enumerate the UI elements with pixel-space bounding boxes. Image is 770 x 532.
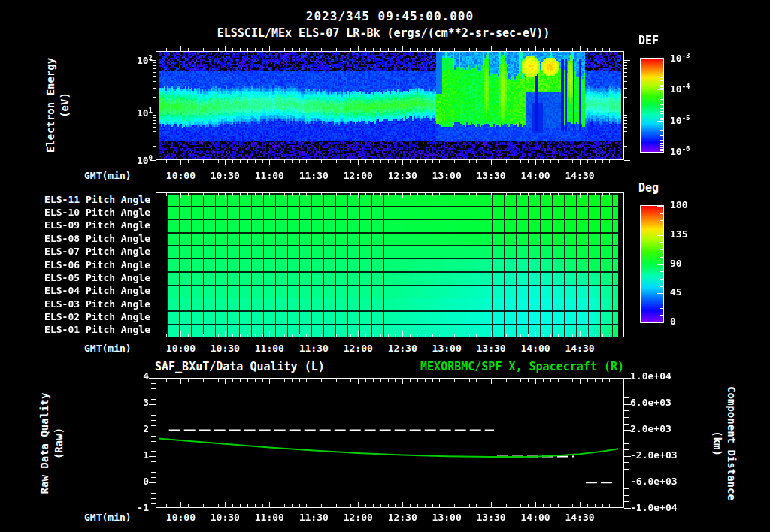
tick-mark — [535, 502, 536, 507]
tick-mark — [660, 143, 663, 144]
tick-mark — [602, 48, 603, 51]
tick-mark — [180, 193, 181, 198]
tick-mark — [624, 378, 629, 379]
tick-mark — [188, 504, 189, 507]
tick-mark — [255, 334, 256, 337]
tick-mark — [232, 160, 233, 163]
tick-mark — [151, 410, 156, 410]
tick-mark — [617, 193, 617, 196]
tick-mark — [439, 379, 440, 382]
tick-mark — [565, 504, 565, 507]
distance-y-tick-label: -2.0e+03 — [630, 449, 678, 461]
tick-mark — [624, 488, 629, 489]
tick-mark — [292, 504, 293, 507]
tick-mark — [580, 46, 581, 51]
tick-mark — [660, 113, 663, 114]
tick-mark — [624, 60, 630, 61]
pitch-row-label: ELS-07 Pitch Angle — [44, 246, 150, 257]
tick-mark — [602, 334, 603, 337]
tick-mark — [514, 48, 514, 51]
tick-mark — [660, 308, 663, 309]
tick-mark — [203, 334, 204, 337]
tick-mark — [491, 193, 492, 198]
tick-mark — [188, 379, 189, 382]
def-colorbar — [640, 58, 664, 153]
tick-mark — [365, 48, 366, 51]
tick-mark — [609, 193, 610, 196]
tick-mark — [232, 504, 233, 507]
tick-mark — [469, 504, 470, 507]
tick-mark — [417, 193, 418, 196]
tick-mark — [153, 76, 156, 77]
tick-mark — [159, 48, 159, 51]
tick-mark — [657, 89, 663, 90]
tick-mark — [609, 504, 610, 507]
tick-mark — [277, 334, 277, 337]
tick-mark — [425, 48, 426, 51]
pitch-row-label: ELS-10 Pitch Angle — [44, 207, 150, 218]
tick-mark — [565, 379, 565, 382]
tick-mark — [188, 160, 189, 163]
pitch-row-label: ELS-03 Pitch Angle — [44, 298, 150, 310]
x-tick-label: 12:30 — [380, 170, 425, 181]
tick-mark — [454, 193, 455, 196]
tick-mark — [624, 508, 629, 509]
pitch-left-gap — [156, 193, 167, 337]
tick-mark — [306, 48, 307, 51]
line-plot-panel — [156, 378, 624, 508]
tick-mark — [153, 81, 156, 82]
tick-mark — [624, 456, 629, 457]
deg-colorbar-title: Deg — [638, 181, 659, 195]
tick-mark — [211, 160, 211, 163]
tick-mark — [255, 48, 256, 51]
tick-mark — [166, 504, 167, 507]
tick-mark — [425, 379, 426, 382]
tick-mark — [262, 504, 263, 507]
x-tick-label: 14:30 — [557, 343, 602, 354]
tick-mark — [447, 160, 447, 165]
tick-mark — [520, 48, 521, 51]
tick-mark — [624, 462, 629, 463]
quality-y-tick-label: -1 — [137, 502, 149, 513]
tick-mark — [284, 379, 285, 382]
tick-mark — [277, 48, 277, 51]
tick-mark — [595, 160, 596, 163]
tick-mark — [402, 46, 403, 51]
tick-mark — [660, 150, 663, 151]
tick-mark — [660, 213, 663, 214]
tick-mark — [277, 193, 277, 196]
tick-mark — [425, 160, 426, 163]
tick-mark — [388, 504, 389, 507]
tick-mark — [344, 193, 344, 196]
tick-mark — [196, 504, 196, 507]
tick-mark — [373, 504, 374, 507]
x-tick-label: 12:00 — [335, 170, 380, 181]
tick-mark — [196, 334, 196, 337]
x-tick-label: 12:30 — [380, 343, 425, 354]
tick-mark — [462, 334, 462, 337]
tick-mark — [321, 379, 322, 382]
tick-mark — [660, 249, 663, 250]
tick-mark — [624, 81, 627, 82]
tick-mark — [520, 334, 521, 337]
tick-mark — [174, 504, 174, 507]
pitch-row-label: ELS-11 Pitch Angle — [44, 194, 150, 205]
tick-mark — [196, 193, 196, 196]
page-title: 2023/345 09:45:00.000 — [156, 9, 624, 23]
tick-mark — [454, 334, 455, 337]
tick-mark — [660, 220, 663, 221]
tick-mark — [602, 160, 603, 163]
tick-mark — [174, 379, 174, 382]
tick-mark — [565, 160, 565, 163]
tick-mark — [624, 120, 627, 121]
tick-mark — [151, 441, 156, 442]
tick-mark — [624, 160, 630, 161]
tick-mark — [595, 379, 596, 382]
tick-mark — [624, 131, 627, 132]
tick-mark — [462, 379, 462, 382]
tick-mark — [432, 193, 433, 196]
tick-mark — [491, 502, 492, 507]
tick-mark — [203, 48, 204, 51]
gmt-label-top: GMT(min) — [84, 170, 132, 181]
tick-mark — [153, 138, 156, 138]
